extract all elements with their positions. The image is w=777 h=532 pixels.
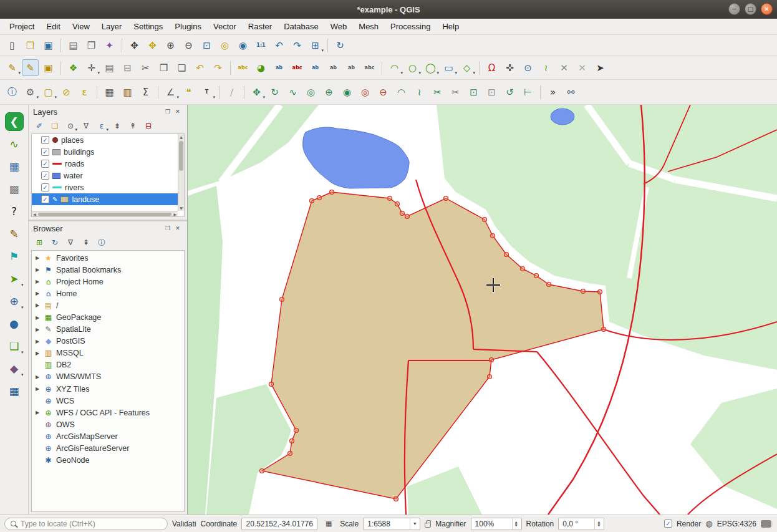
cut-features-icon[interactable]: ✂	[137, 59, 154, 76]
browser-item-geopackage[interactable]: ▶▦GeoPackage	[32, 311, 184, 323]
browser-item-wms-wmts[interactable]: ▶⊕WMS/WMTS	[32, 371, 184, 383]
toggle-editing-icon[interactable]: ✎	[22, 59, 39, 76]
add-selected-layers-icon[interactable]: ⊞	[32, 236, 46, 249]
measure-line-icon[interactable]: ∠▾	[162, 84, 179, 100]
add-polygon-feature-icon[interactable]: ❖	[65, 59, 82, 76]
browser-item-root[interactable]: ▶▤/	[32, 299, 184, 311]
save-layer-edits-icon[interactable]: ▣	[40, 59, 57, 76]
locate-input[interactable]: Type to locate (Ctrl+K)	[4, 518, 168, 530]
menu-help[interactable]: Help	[437, 20, 465, 33]
freehand-sketch-icon[interactable]: ∿	[5, 135, 24, 153]
enable-snapping-icon[interactable]: Ω	[483, 59, 500, 76]
flag-icon[interactable]: ⚑	[5, 247, 24, 266]
zoom-next-icon[interactable]: ↷	[289, 37, 306, 54]
zoom-full-icon[interactable]: ⊡	[198, 37, 215, 54]
layer-row-water[interactable]: ✓water	[32, 170, 184, 181]
statistical-summary-icon[interactable]: Σ	[137, 84, 154, 100]
move-label-icon[interactable]: ab	[325, 59, 342, 76]
browser-item-db2[interactable]: ▥DB2	[32, 359, 184, 371]
lock-scale-icon[interactable]	[425, 523, 431, 528]
layer-row-roads[interactable]: ✓roads	[32, 158, 184, 170]
menu-processing[interactable]: Processing	[385, 20, 436, 33]
add-group-icon[interactable]: ❏	[48, 119, 62, 133]
map-export-icon[interactable]: ➤▾	[5, 269, 24, 288]
close-button-icon[interactable]: ✕	[761, 3, 773, 15]
text-annotation-icon[interactable]: T▾	[198, 84, 215, 100]
globe-select-icon[interactable]: ⊕▾	[5, 292, 24, 311]
simplify-feature-icon[interactable]: ∿	[284, 84, 301, 100]
collapse-all-icon[interactable]: ⇞	[126, 119, 140, 133]
layer-row-places[interactable]: ✓places	[32, 134, 184, 146]
render-checkbox[interactable]: ✓	[664, 520, 672, 528]
collapse-browser-icon[interactable]: ⇞	[79, 236, 93, 249]
deselect-features-icon[interactable]: ⊘	[58, 84, 75, 100]
reshape-features-icon[interactable]: ≀	[411, 84, 428, 100]
layer-diagram-icon[interactable]: ◕	[253, 59, 269, 76]
refresh-browser-icon[interactable]: ↻	[48, 236, 62, 249]
open-layer-styling-icon[interactable]: ✐	[32, 119, 46, 133]
identify-features-icon[interactable]: ⓘ	[4, 84, 21, 100]
filter-by-expression-icon[interactable]: ε▾	[95, 119, 109, 133]
menu-edit[interactable]: Edit	[41, 20, 65, 33]
open-attribute-table-icon[interactable]: ▦	[101, 84, 118, 100]
current-edits-icon[interactable]: ✎▾	[4, 59, 21, 76]
vertical-scrollbar[interactable]: ▲ ▼	[178, 134, 184, 211]
delete-selected-icon[interactable]: ⊟	[119, 59, 136, 76]
expand-arrow-icon[interactable]: ▶	[34, 339, 41, 344]
select-by-expression-icon[interactable]: ε	[76, 84, 93, 100]
copy-features-icon[interactable]: ❐	[155, 59, 172, 76]
toolbar-overflow-icon[interactable]: »	[544, 84, 561, 100]
scale-combobox[interactable]: 1:6588 ▾	[363, 518, 420, 530]
menu-vector[interactable]: Vector	[208, 20, 242, 33]
split-features-icon[interactable]: ✂	[429, 84, 446, 100]
scroll-up-icon[interactable]: ▲	[178, 134, 184, 140]
rotate-point-symbols-icon[interactable]: ↺	[501, 84, 518, 100]
browser-item-xyz-tiles[interactable]: ▶⊕XYZ Tiles	[32, 383, 184, 395]
shapes-tool-icon[interactable]: ◆▾	[5, 359, 24, 378]
new-print-layout-icon[interactable]: ▤	[65, 37, 82, 54]
browser-item-arcgisfeatureserver[interactable]: ⊕ArcGisFeatureServer	[32, 443, 184, 455]
zoom-to-selection-icon[interactable]: ◎	[216, 37, 233, 54]
change-label-icon[interactable]: abc	[361, 59, 378, 76]
browser-item-favorites[interactable]: ▶★Favorites	[32, 252, 184, 264]
show-hide-labels-icon[interactable]: ab	[307, 59, 324, 76]
extents-toggle-icon[interactable]: ▦	[322, 518, 335, 530]
menu-database[interactable]: Database	[278, 20, 324, 33]
undo-icon[interactable]: ↶	[191, 59, 208, 76]
scrollbar-thumb[interactable]	[179, 141, 183, 171]
browser-item-wcs[interactable]: ⊕WCS	[32, 395, 184, 407]
spinner-arrows-icon[interactable]: ▲▼	[512, 518, 518, 530]
layer-checkbox[interactable]: ✓	[41, 172, 49, 180]
spinner-arrows-icon[interactable]: ▲▼	[594, 518, 600, 530]
style-manager-icon[interactable]: ✦	[101, 37, 118, 54]
browser-item-geonode[interactable]: ✱GeoNode	[32, 455, 184, 467]
pan-to-selection-icon[interactable]: ✥	[144, 37, 161, 54]
remove-layer-icon[interactable]: ⊟	[142, 119, 155, 133]
coordinate-input[interactable]: 20.52152,-34.01776	[241, 518, 317, 530]
offset-curve-icon[interactable]: ◠	[393, 84, 410, 100]
modify-attributes-icon[interactable]: ▤	[101, 59, 118, 76]
fill-ring-icon[interactable]: ◉	[339, 84, 355, 100]
pan-map-icon[interactable]: ✥	[126, 37, 143, 54]
rotate-feature-icon[interactable]: ↻	[266, 84, 283, 100]
zoom-last-icon[interactable]: ↶	[271, 37, 287, 54]
delete-ring-icon[interactable]: ◎	[357, 84, 374, 100]
redo-icon[interactable]: ↷	[210, 59, 226, 76]
expand-arrow-icon[interactable]: ▶	[34, 374, 41, 380]
menu-project[interactable]: Project	[4, 20, 40, 33]
paste-features-icon[interactable]: ❏	[173, 59, 190, 76]
hook-tool-icon[interactable]: ?	[5, 202, 24, 221]
panel-float-icon[interactable]: ❐	[163, 223, 173, 233]
properties-widget-icon[interactable]: ⓘ	[95, 236, 109, 249]
browser-item-spatial-bookmarks[interactable]: ▶⚑Spatial Bookmarks	[32, 264, 184, 276]
map-canvas[interactable]	[188, 105, 777, 515]
enable-tracing-icon[interactable]: ≀	[538, 59, 554, 76]
browser-item-spatialite[interactable]: ▶✎SpatiaLite	[32, 324, 184, 336]
expand-arrow-icon[interactable]: ▶	[34, 267, 41, 273]
menu-settings[interactable]: Settings	[128, 20, 168, 33]
browser-item-wfs-ogc-api-features[interactable]: ▶⊕WFS / OGC API - Features	[32, 407, 184, 418]
expand-arrow-icon[interactable]: ▶	[34, 327, 41, 332]
split-parts-icon[interactable]: ✂	[447, 84, 464, 100]
topological-editing-icon[interactable]: ✕	[556, 59, 572, 76]
avoid-intersections-icon[interactable]: ✕	[574, 59, 591, 76]
